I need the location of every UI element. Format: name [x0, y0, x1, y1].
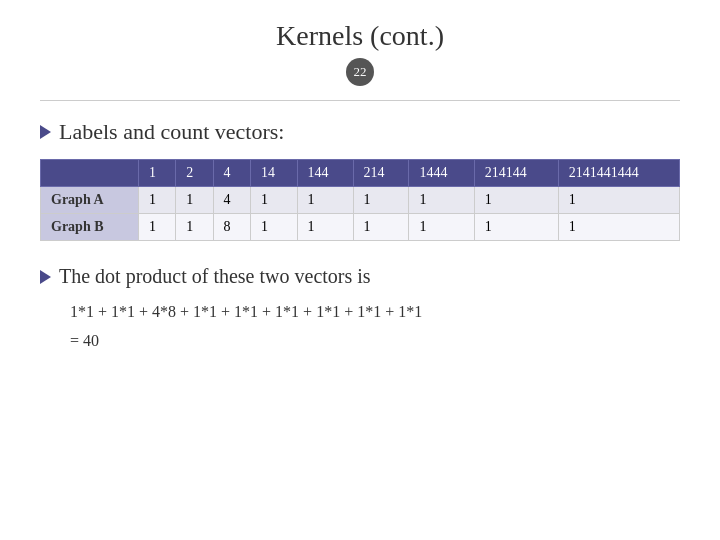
- title-divider: [40, 100, 680, 101]
- cell-a-214144: 1: [474, 187, 558, 214]
- cell-a-1444: 1: [409, 187, 474, 214]
- labels-table: 1 2 4 14 144 214 1444 214144 2141441444 …: [40, 159, 680, 241]
- slide-number: 22: [346, 58, 374, 86]
- formula-line-1: 1*1 + 1*1 + 4*8 + 1*1 + 1*1 + 1*1 + 1*1 …: [70, 298, 680, 327]
- cell-b-2141441444: 1: [558, 214, 679, 241]
- col-header-2141441444: 2141441444: [558, 160, 679, 187]
- cell-a-214: 1: [353, 187, 409, 214]
- col-header-214144: 214144: [474, 160, 558, 187]
- formula-container: 1*1 + 1*1 + 4*8 + 1*1 + 1*1 + 1*1 + 1*1 …: [70, 298, 680, 356]
- cell-a-2: 1: [176, 187, 213, 214]
- dot-product-section: The dot product of these two vectors is …: [40, 265, 680, 356]
- cell-b-214144: 1: [474, 214, 558, 241]
- row-label-graph-a: Graph A: [41, 187, 139, 214]
- labels-heading: Labels and count vectors:: [40, 119, 680, 145]
- page-title: Kernels (cont.): [276, 20, 444, 52]
- table-header-row: 1 2 4 14 144 214 1444 214144 2141441444: [41, 160, 680, 187]
- arrow-icon-2: [40, 270, 51, 284]
- row-label-graph-b: Graph B: [41, 214, 139, 241]
- cell-a-144: 1: [297, 187, 353, 214]
- table-row: Graph B 1 1 8 1 1 1 1 1 1: [41, 214, 680, 241]
- formula-line-2: = 40: [70, 327, 680, 356]
- cell-b-214: 1: [353, 214, 409, 241]
- cell-a-1: 1: [138, 187, 175, 214]
- cell-b-1444: 1: [409, 214, 474, 241]
- cell-b-14: 1: [250, 214, 297, 241]
- dot-product-heading-text: The dot product of these two vectors is: [59, 265, 371, 288]
- labels-table-wrapper: 1 2 4 14 144 214 1444 214144 2141441444 …: [40, 159, 680, 241]
- cell-b-144: 1: [297, 214, 353, 241]
- cell-b-1: 1: [138, 214, 175, 241]
- cell-a-4: 4: [213, 187, 250, 214]
- col-header-14: 14: [250, 160, 297, 187]
- col-header-2: 2: [176, 160, 213, 187]
- col-header-4: 4: [213, 160, 250, 187]
- arrow-icon: [40, 125, 51, 139]
- page: Kernels (cont.) 22 Labels and count vect…: [0, 0, 720, 540]
- col-header-1: 1: [138, 160, 175, 187]
- table-row: Graph A 1 1 4 1 1 1 1 1 1: [41, 187, 680, 214]
- labels-heading-text: Labels and count vectors:: [59, 119, 284, 145]
- labels-section: Labels and count vectors: 1 2 4 14 144 2…: [40, 119, 680, 265]
- cell-a-14: 1: [250, 187, 297, 214]
- col-header-214: 214: [353, 160, 409, 187]
- col-header-label: [41, 160, 139, 187]
- cell-a-2141441444: 1: [558, 187, 679, 214]
- col-header-144: 144: [297, 160, 353, 187]
- col-header-1444: 1444: [409, 160, 474, 187]
- cell-b-2: 1: [176, 214, 213, 241]
- dot-product-heading: The dot product of these two vectors is: [40, 265, 680, 288]
- cell-b-4: 8: [213, 214, 250, 241]
